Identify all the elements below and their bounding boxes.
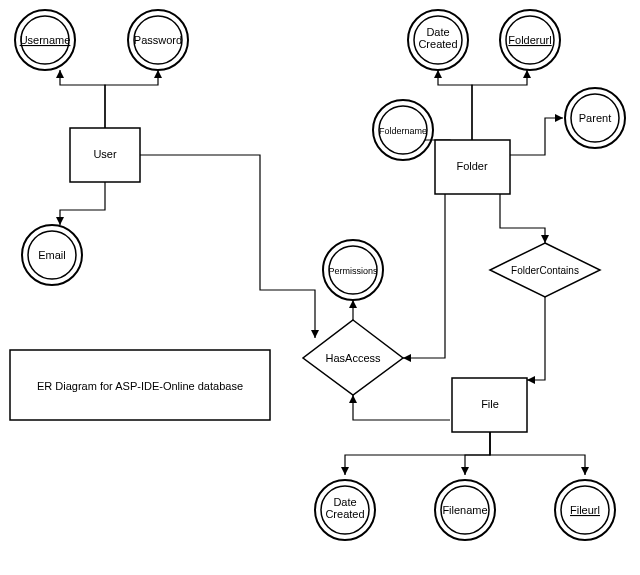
edge-hasaccess-file <box>353 395 450 420</box>
arrowhead <box>555 114 563 122</box>
attr-parent: Parent <box>565 88 625 148</box>
entity-user: User <box>70 128 140 182</box>
rel-label: HasAccess <box>325 352 381 364</box>
edge-user-username <box>60 70 105 128</box>
edge-folder-parent <box>510 118 563 155</box>
arrowhead <box>341 467 349 475</box>
attr-foldername: Foldername <box>373 100 433 160</box>
attr-label: Folderurl <box>508 34 551 46</box>
attr-label-line1: Date <box>426 26 449 38</box>
entity-label: File <box>481 398 499 410</box>
er-diagram: Username Password Email Foldername Date … <box>0 0 640 575</box>
edge-user-email <box>60 182 105 225</box>
attr-username: Username <box>15 10 75 70</box>
arrowhead <box>581 467 589 475</box>
edge-folder-folderurl <box>472 70 527 140</box>
edge-user-hasaccess <box>140 155 315 338</box>
entity-file: File <box>452 378 527 432</box>
attr-folderurl: Folderurl <box>500 10 560 70</box>
attr-label: Email <box>38 249 66 261</box>
attr-folder-date-created: Date Created <box>408 10 468 70</box>
attr-label-line2: Created <box>325 508 364 520</box>
attr-email: Email <box>22 225 82 285</box>
attr-permissions: Permissions <box>323 240 383 300</box>
rel-foldercontains: FolderContains <box>490 243 600 297</box>
arrowhead <box>154 70 162 78</box>
arrowhead <box>527 376 535 384</box>
arrowhead <box>311 330 319 338</box>
arrowhead <box>523 70 531 78</box>
arrowhead <box>56 217 64 225</box>
edge-folder-datecreated <box>438 70 472 140</box>
attr-label: Username <box>20 34 71 46</box>
arrowhead <box>349 300 357 308</box>
edge-user-password <box>105 70 158 128</box>
attr-fileurl: Fileurl <box>555 480 615 540</box>
arrowhead <box>349 395 357 403</box>
entity-label: User <box>93 148 117 160</box>
arrowhead <box>434 70 442 78</box>
caption-label: ER Diagram for ASP-IDE-Online database <box>37 380 243 392</box>
edge-file-fileurl <box>490 432 585 475</box>
edge-file-filename <box>465 432 490 475</box>
attr-filename: Filename <box>435 480 495 540</box>
entity-folder: Folder <box>435 140 510 194</box>
attr-label-line1: Date <box>333 496 356 508</box>
edge-folder-hasaccess <box>403 180 445 358</box>
attr-password: Password <box>128 10 188 70</box>
edge-file-datecreated <box>345 432 490 475</box>
arrowhead <box>541 235 549 243</box>
attr-label: Foldername <box>379 126 427 136</box>
attr-label: Fileurl <box>570 504 600 516</box>
attr-label: Permissions <box>328 266 378 276</box>
caption-box: ER Diagram for ASP-IDE-Online database <box>10 350 270 420</box>
attr-label: Parent <box>579 112 611 124</box>
rel-label: FolderContains <box>511 265 579 276</box>
arrowhead <box>461 467 469 475</box>
attr-label: Filename <box>442 504 487 516</box>
attr-label-line2: Created <box>418 38 457 50</box>
arrowhead <box>56 70 64 78</box>
attr-file-date-created: Date Created <box>315 480 375 540</box>
edge-foldercontains-file <box>527 297 545 380</box>
entity-label: Folder <box>456 160 488 172</box>
attr-label: Password <box>134 34 182 46</box>
